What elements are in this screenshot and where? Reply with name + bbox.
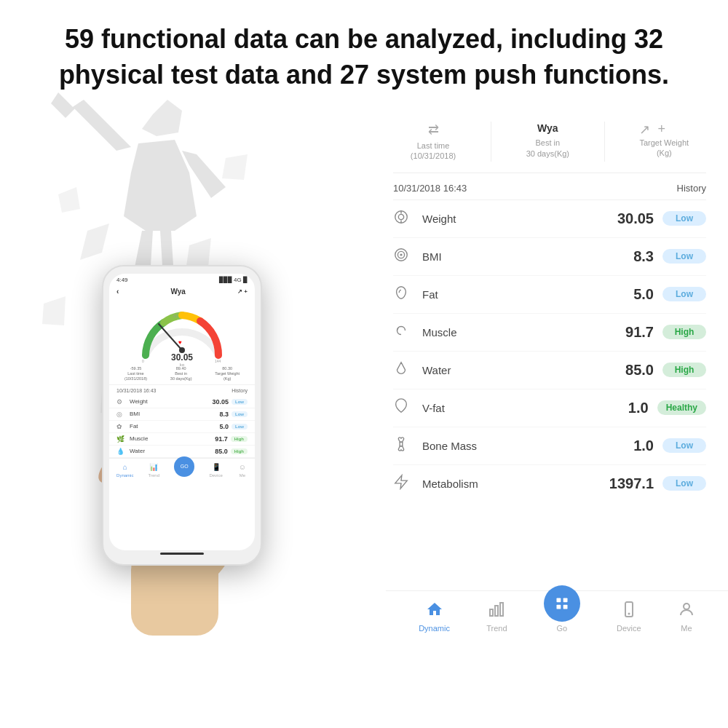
nav-trend[interactable]: Trend bbox=[486, 601, 507, 633]
metabolism-icon bbox=[393, 474, 415, 494]
phone-muscle-value: 91.7 bbox=[215, 435, 228, 443]
svg-rect-42 bbox=[490, 609, 493, 616]
svg-text:30.05: 30.05 bbox=[171, 352, 193, 363]
phone-go-button[interactable]: GO bbox=[174, 456, 194, 477]
nav-dynamic[interactable]: Dynamic bbox=[419, 601, 450, 633]
phone-user-name: Wya bbox=[171, 288, 186, 296]
phone-nav-dynamic[interactable]: ⌂ Dynamic bbox=[116, 462, 133, 478]
vfat-value: 1.0 bbox=[605, 400, 649, 416]
metabolism-label: Metabolism bbox=[422, 478, 609, 490]
nav-go-label: Go bbox=[556, 624, 567, 633]
phone-fat-badge: Low bbox=[232, 424, 248, 430]
svg-text:144: 144 bbox=[215, 359, 221, 363]
phone-nav-trend[interactable]: 📊 Trend bbox=[149, 462, 159, 478]
svg-text:♥: ♥ bbox=[178, 339, 182, 346]
date-history-row: 10/31/2018 16:43 History bbox=[393, 177, 706, 200]
phone-nav-device[interactable]: 📱 Device bbox=[209, 462, 222, 478]
nav-trend-icon bbox=[488, 601, 505, 622]
phone-muscle-badge: High bbox=[231, 436, 248, 442]
phone-weight-badge: Low bbox=[232, 399, 248, 405]
bmi-value: 8.3 bbox=[610, 248, 654, 265]
phone-date-row: 10/31/2018 16:43 History bbox=[109, 384, 255, 396]
water-value: 85.0 bbox=[610, 362, 654, 379]
svg-text:kg: kg bbox=[180, 363, 184, 366]
phone-nav-me[interactable]: ☺ Me bbox=[237, 462, 248, 478]
phone-row-weight: ⚙ Weight 30.05 Low bbox=[109, 396, 255, 408]
phone-share-icon[interactable]: ↗ + bbox=[237, 288, 248, 295]
metabolism-value: 1397.1 bbox=[609, 475, 654, 492]
fat-icon bbox=[393, 285, 415, 304]
nav-device[interactable]: Device bbox=[617, 601, 641, 633]
phone-date: 10/31/2018 16:43 bbox=[116, 388, 157, 393]
phone-muscle-label: Muscle bbox=[130, 435, 215, 442]
bone-mass-label: Bone Mass bbox=[422, 440, 610, 452]
row-bone-mass: Bone Mass 1.0 Low bbox=[393, 427, 706, 465]
phone-nav-go[interactable]: GO bbox=[174, 462, 194, 478]
best-in-label: Best in30 days(Kg) bbox=[526, 138, 569, 159]
svg-point-35 bbox=[398, 214, 403, 219]
history-link[interactable]: History bbox=[677, 183, 706, 194]
bmi-badge: Low bbox=[662, 249, 706, 264]
svg-rect-46 bbox=[563, 598, 567, 603]
phone-bmi-value: 8.3 bbox=[219, 411, 229, 418]
svg-rect-44 bbox=[500, 603, 503, 616]
phone-back-icon[interactable]: ‹ bbox=[116, 288, 119, 296]
svg-rect-43 bbox=[495, 606, 498, 616]
metabolism-badge: Low bbox=[662, 476, 706, 491]
vfat-icon bbox=[393, 398, 415, 418]
svg-point-40 bbox=[400, 254, 402, 256]
phone-home-indicator bbox=[160, 553, 204, 555]
row-bmi: BMI 8.3 Low bbox=[393, 238, 706, 276]
weight-badge: Low bbox=[662, 211, 706, 226]
share-icon[interactable]: ↗ bbox=[639, 122, 650, 138]
phone-target: 80.30Target Weight(Kg) bbox=[215, 366, 240, 381]
phone-nav-dynamic-icon: ⌂ bbox=[120, 462, 130, 472]
phone-fat-icon: ✿ bbox=[116, 423, 127, 430]
phone-nav-trend-label: Trend bbox=[149, 473, 159, 478]
stat-best-in: Wya Best in30 days(Kg) bbox=[526, 122, 569, 162]
measurement-date: 10/31/2018 16:43 bbox=[393, 183, 467, 194]
bottom-navigation: Dynamic Trend Go bbox=[386, 590, 728, 638]
water-icon bbox=[393, 360, 415, 380]
stats-bar: ⇄ Last time(10/31/2018) Wya Best in30 da… bbox=[393, 114, 706, 173]
phone-container: 4:49 ▉▉▉ 4G ▉ ‹ Wya ↗ + bbox=[102, 265, 262, 566]
svg-marker-0 bbox=[142, 100, 182, 136]
water-badge: High bbox=[662, 363, 706, 377]
phone-bmi-badge: Low bbox=[232, 411, 248, 417]
nav-device-label: Device bbox=[617, 624, 641, 633]
svg-text:91: 91 bbox=[173, 314, 178, 318]
nav-me-icon bbox=[678, 601, 695, 622]
target-weight-label: Target Weight(Kg) bbox=[639, 138, 689, 159]
svg-rect-48 bbox=[563, 605, 567, 609]
phone-row-fat: ✿ Fat 5.0 Low bbox=[109, 421, 255, 433]
row-vfat: V-fat 1.0 Healthy bbox=[393, 389, 706, 427]
water-label: Water bbox=[422, 364, 610, 376]
row-metabolism: Metabolism 1397.1 Low bbox=[393, 465, 706, 502]
go-button[interactable] bbox=[544, 585, 580, 622]
right-panel: ⇄ Last time(10/31/2018) Wya Best in30 da… bbox=[386, 107, 728, 638]
phone-water-label: Water bbox=[130, 448, 215, 454]
row-water: Water 85.0 High bbox=[393, 352, 706, 389]
fat-badge: Low bbox=[662, 287, 706, 301]
vfat-label: V-fat bbox=[422, 402, 605, 414]
fat-value: 5.0 bbox=[610, 286, 654, 303]
phone-weight-label: Weight bbox=[130, 398, 212, 405]
muscle-icon bbox=[393, 323, 415, 342]
svg-marker-2 bbox=[73, 100, 131, 151]
user-name-label: Wya bbox=[526, 122, 569, 135]
nav-me[interactable]: Me bbox=[678, 601, 695, 633]
bmi-icon bbox=[393, 247, 415, 266]
row-weight: Weight 30.05 Low bbox=[393, 200, 706, 238]
add-icon[interactable]: + bbox=[657, 122, 665, 138]
nav-go[interactable]: Go bbox=[544, 600, 580, 633]
phone-nav-device-icon: 📱 bbox=[211, 462, 221, 472]
bone-icon bbox=[393, 436, 415, 456]
phone-water-icon: 💧 bbox=[116, 448, 127, 455]
phone-best-in: 89.40Best in30 days(Kg) bbox=[170, 366, 192, 381]
phone-gauge: ♥ 30.05 kg 0 144 91 bbox=[109, 297, 255, 366]
phone-history: History bbox=[232, 388, 248, 393]
last-time-icon: ⇄ bbox=[411, 122, 456, 138]
phone-bmi-label: BMI bbox=[130, 411, 219, 417]
left-side: 4:49 ▉▉▉ 4G ▉ ‹ Wya ↗ + bbox=[0, 107, 386, 638]
svg-marker-10 bbox=[222, 154, 248, 180]
